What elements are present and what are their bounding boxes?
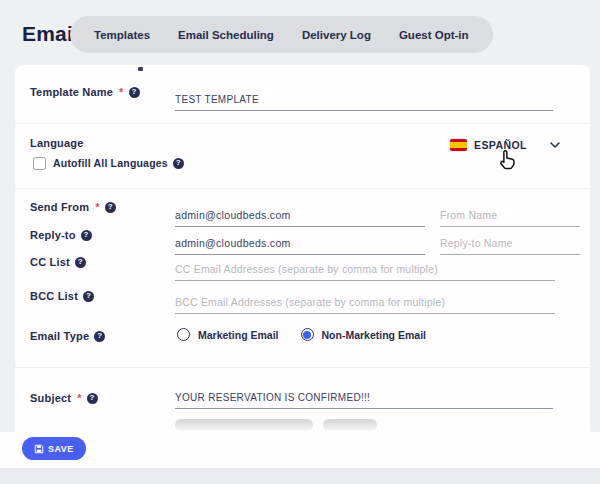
scroll-artifact xyxy=(138,67,143,71)
template-name-label: Template Name * ? xyxy=(30,86,140,98)
send-from-email-input[interactable] xyxy=(175,204,425,227)
autofill-label: Autofill All Languages ? xyxy=(53,157,184,169)
bcc-list-label: BCC List ? xyxy=(30,290,94,302)
help-icon[interactable]: ? xyxy=(105,202,116,213)
section-divider xyxy=(15,188,590,189)
required-marker: * xyxy=(77,392,81,404)
subject-label: Subject * ? xyxy=(30,392,98,404)
email-type-label: Email Type ? xyxy=(30,330,105,342)
template-name-input[interactable] xyxy=(175,88,553,111)
help-icon[interactable]: ? xyxy=(83,291,94,302)
language-dropdown[interactable]: ESPAÑOL xyxy=(450,139,560,151)
help-icon[interactable]: ? xyxy=(75,257,86,268)
save-button[interactable]: SAVE xyxy=(22,437,86,460)
radio-option-non-marketing-email[interactable]: Non-Marketing Email xyxy=(301,328,426,341)
language-selected-value: ESPAÑOL xyxy=(474,139,527,151)
cc-list-input[interactable] xyxy=(175,258,555,281)
help-icon[interactable]: ? xyxy=(81,230,92,241)
save-icon xyxy=(34,444,44,454)
radio-unselected-icon[interactable] xyxy=(177,328,190,341)
spain-flag-icon xyxy=(450,139,467,151)
section-divider xyxy=(15,123,590,124)
language-label-text: Language xyxy=(30,137,84,149)
email-type-label-text: Email Type xyxy=(30,330,89,342)
section-divider xyxy=(15,367,590,368)
radio-selected-icon[interactable] xyxy=(301,328,314,341)
footer-bar xyxy=(0,432,600,468)
help-icon[interactable]: ? xyxy=(129,87,140,98)
cc-list-label: CC List ? xyxy=(30,256,86,268)
required-marker: * xyxy=(119,86,123,98)
radio-option-marketing-email[interactable]: Marketing Email xyxy=(177,328,279,341)
template-name-label-text: Template Name xyxy=(30,86,113,98)
email-type-radio-group: Marketing Email Non-Marketing Email xyxy=(177,328,426,341)
tab-guest-opt-in[interactable]: Guest Opt-in xyxy=(399,29,469,41)
radio-label: Marketing Email xyxy=(198,329,279,341)
bcc-list-input[interactable] xyxy=(175,291,555,314)
help-icon[interactable]: ? xyxy=(173,158,184,169)
help-icon[interactable]: ? xyxy=(94,331,105,342)
reply-to-email-input[interactable] xyxy=(175,232,425,255)
from-name-input[interactable] xyxy=(440,204,580,227)
tab-templates[interactable]: Templates xyxy=(94,29,150,41)
required-marker: * xyxy=(95,201,99,213)
chevron-down-icon xyxy=(550,142,560,148)
tab-delivery-log[interactable]: Delivery Log xyxy=(302,29,371,41)
bottom-strip xyxy=(0,468,600,484)
subject-input[interactable] xyxy=(175,386,553,409)
help-icon[interactable]: ? xyxy=(87,393,98,404)
subject-label-text: Subject xyxy=(30,392,71,404)
language-label: Language xyxy=(30,137,84,149)
save-button-label: SAVE xyxy=(48,444,74,454)
email-settings-page: Email Templates Email Scheduling Deliver… xyxy=(0,0,600,484)
autofill-label-text: Autofill All Languages xyxy=(53,157,168,169)
reply-to-name-input[interactable] xyxy=(440,232,580,255)
bcc-list-label-text: BCC List xyxy=(30,290,78,302)
cc-list-label-text: CC List xyxy=(30,256,70,268)
tab-email-scheduling[interactable]: Email Scheduling xyxy=(178,29,274,41)
send-from-label-text: Send From xyxy=(30,201,89,213)
radio-label: Non-Marketing Email xyxy=(322,329,426,341)
send-from-label: Send From * ? xyxy=(30,201,116,213)
reply-to-label: Reply-to ? xyxy=(30,229,92,241)
tab-bar: Templates Email Scheduling Delivery Log … xyxy=(70,16,493,53)
autofill-checkbox[interactable] xyxy=(33,157,46,170)
reply-to-label-text: Reply-to xyxy=(30,229,76,241)
